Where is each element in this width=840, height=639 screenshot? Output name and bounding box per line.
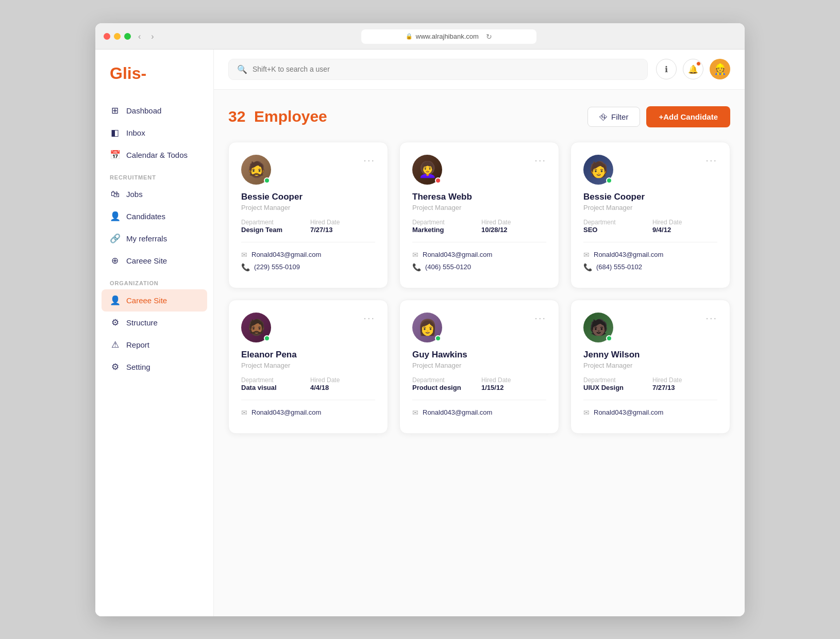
more-options-button[interactable]: ··· (705, 155, 717, 165)
sidebar-item-report[interactable]: ⚠ Report (95, 334, 213, 356)
setting-icon: ⚙ (110, 362, 120, 372)
user-avatar-button[interactable]: 👷 (710, 59, 730, 79)
structure-icon: ⚙ (110, 317, 120, 328)
department-label-text: Department (412, 219, 477, 226)
phone-icon: 📞 (583, 263, 592, 271)
hired-label-text: Hired Date (652, 219, 717, 226)
jobs-icon: 🛍 (110, 189, 120, 200)
email-value: Ronald043@gmail.com (594, 408, 663, 416)
hired-date-label: Hired Date 4/4/18 (310, 376, 375, 391)
sidebar-item-inbox[interactable]: ◧ Inbox (95, 122, 213, 144)
forward-arrow[interactable]: › (148, 31, 157, 42)
hired-label-text: Hired Date (310, 219, 375, 226)
phone-icon: 📞 (412, 263, 421, 271)
sidebar-item-label: Careee Site (126, 296, 167, 305)
more-options-button[interactable]: ··· (363, 313, 375, 323)
user-avatar-icon: 👷 (714, 63, 727, 75)
card-top: 🧔 ··· (241, 155, 375, 185)
search-icon: 🔍 (237, 64, 247, 74)
browser-chrome: ‹ › 🔒 www.alrajhibank.com ↻ (95, 23, 745, 50)
card-top: 👩‍🦱 ··· (412, 155, 546, 185)
email-value: Ronald043@gmail.com (423, 251, 492, 258)
back-arrow[interactable]: ‹ (135, 31, 144, 42)
employee-card: 🧑🏿 ··· Jenny Wilson Project Manager Depa… (570, 300, 730, 434)
department-value: Marketing (412, 226, 477, 234)
card-top: 🧔🏾 ··· (241, 313, 375, 342)
url-text: www.alrajhibank.com (416, 32, 479, 40)
employee-card: 🧔🏾 ··· Eleanor Pena Project Manager Depa… (228, 300, 388, 434)
more-options-button[interactable]: ··· (705, 313, 717, 323)
content-area: 32 Employee ⛗ Filter +Add Candidate (214, 90, 745, 450)
search-bar[interactable]: 🔍 (228, 59, 648, 80)
minimize-dot[interactable] (114, 33, 121, 40)
sidebar-item-label: Calendar & Todos (126, 151, 188, 159)
career-site-icon: 👤 (110, 295, 120, 306)
employee-role: Project Manager (583, 362, 717, 369)
info-button[interactable]: ℹ (656, 59, 677, 79)
department-label-text: Department (583, 219, 648, 226)
email-value: Ronald043@gmail.com (423, 408, 492, 416)
sidebar-item-setting[interactable]: ⚙ Setting (95, 356, 213, 378)
inbox-icon: ◧ (110, 127, 120, 138)
hired-date-label: Hired Date 7/27/13 (652, 376, 717, 391)
department-label: Department Design Team (241, 219, 306, 234)
employee-role: Project Manager (241, 204, 375, 211)
filter-label: Filter (611, 112, 628, 121)
sidebar-item-candidates[interactable]: 👤 Candidates (95, 205, 213, 227)
status-dot (606, 177, 612, 184)
hired-date-label: Hired Date 1/15/12 (481, 376, 546, 391)
avatar-wrap: 🧔🏾 (241, 313, 271, 342)
email-row: ✉ Ronald043@gmail.com (241, 251, 375, 259)
sidebar-item-structure[interactable]: ⚙ Structure (95, 312, 213, 334)
card-info: Department UIUX Design Hired Date 7/27/1… (583, 376, 717, 400)
close-dot[interactable] (104, 33, 110, 40)
card-info: Department Design Team Hired Date 7/27/1… (241, 219, 375, 242)
add-candidate-button[interactable]: +Add Candidate (646, 106, 730, 127)
email-icon: ✉ (412, 251, 418, 259)
more-options-button[interactable]: ··· (363, 155, 375, 165)
hired-date-label: Hired Date 10/28/12 (481, 219, 546, 234)
main-content: 🔍 ℹ 🔔 👷 (214, 50, 745, 616)
avatar-wrap: 🧑 (583, 155, 613, 185)
refresh-icon[interactable]: ↻ (486, 32, 492, 41)
department-label: Department SEO (583, 219, 648, 234)
sidebar-item-career-site[interactable]: 👤 Careee Site (102, 289, 207, 312)
sidebar-item-career[interactable]: ⊕ Careee Site (95, 250, 213, 272)
status-dot (435, 335, 441, 341)
hired-label-text: Hired Date (652, 376, 717, 384)
avatar-face: 🧔 (247, 155, 266, 185)
department-value: Design Team (241, 226, 306, 234)
phone-value: (684) 555-0102 (596, 263, 642, 271)
sidebar-item-referrals[interactable]: 🔗 My referrals (95, 227, 213, 250)
sidebar-item-label: Dashboad (126, 106, 161, 115)
notification-button[interactable]: 🔔 (683, 59, 703, 79)
sidebar-item-label: My referrals (126, 234, 167, 243)
hired-label-text: Hired Date (481, 219, 546, 226)
email-icon: ✉ (583, 251, 590, 259)
sidebar-item-label: Candidates (126, 212, 165, 221)
recruitment-section-label: RECRUITMENT (95, 166, 213, 184)
card-info: Department Data visual Hired Date 4/4/18 (241, 376, 375, 400)
hired-date-value: 4/4/18 (310, 384, 375, 391)
dashboard-icon: ⊞ (110, 105, 120, 116)
status-dot (435, 177, 441, 184)
phone-row: 📞 (684) 555-0102 (583, 263, 717, 271)
maximize-dot[interactable] (124, 33, 131, 40)
more-options-button[interactable]: ··· (534, 313, 546, 323)
employee-name: Jenny Wilson (583, 350, 717, 360)
sidebar-item-label: Inbox (126, 128, 145, 137)
filter-button[interactable]: ⛗ Filter (587, 107, 640, 127)
lock-icon: 🔒 (406, 33, 413, 40)
sidebar-item-jobs[interactable]: 🛍 Jobs (95, 184, 213, 205)
header-actions: ⛗ Filter +Add Candidate (587, 106, 730, 127)
page-title: 32 Employee (228, 108, 327, 125)
department-label: Department UIUX Design (583, 376, 648, 391)
sidebar-item-calendar[interactable]: 📅 Calendar & Todos (95, 144, 213, 166)
candidates-icon: 👤 (110, 211, 120, 222)
employee-grid: 🧔 ··· Bessie Cooper Project Manager Depa… (228, 142, 730, 434)
employee-name: Bessie Cooper (241, 192, 375, 202)
more-options-button[interactable]: ··· (534, 155, 546, 165)
search-input[interactable] (253, 65, 639, 73)
email-row: ✉ Ronald043@gmail.com (583, 408, 717, 417)
sidebar-item-dashboard[interactable]: ⊞ Dashboad (95, 100, 213, 122)
